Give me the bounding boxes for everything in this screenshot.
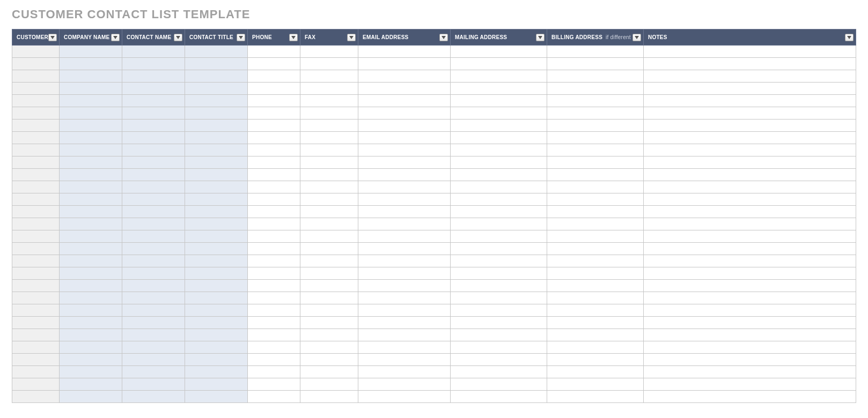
cell[interactable] — [12, 329, 60, 341]
filter-dropdown-button[interactable] — [536, 34, 545, 41]
cell[interactable] — [644, 169, 856, 181]
cell[interactable] — [451, 292, 547, 304]
cell[interactable] — [12, 144, 60, 156]
cell[interactable] — [248, 83, 300, 95]
cell[interactable] — [12, 156, 60, 169]
cell[interactable] — [12, 206, 60, 218]
cell[interactable] — [248, 378, 300, 391]
cell[interactable] — [451, 46, 547, 58]
cell[interactable] — [358, 341, 451, 354]
cell[interactable] — [185, 46, 248, 58]
cell[interactable] — [547, 156, 644, 169]
cell[interactable] — [644, 144, 856, 156]
cell[interactable] — [12, 193, 60, 206]
cell[interactable] — [547, 206, 644, 218]
cell[interactable] — [122, 83, 185, 95]
cell[interactable] — [644, 366, 856, 378]
cell[interactable] — [300, 378, 358, 391]
cell[interactable] — [547, 304, 644, 317]
cell[interactable] — [248, 107, 300, 120]
cell[interactable] — [12, 391, 60, 403]
filter-dropdown-button[interactable] — [439, 34, 448, 41]
cell[interactable] — [185, 378, 248, 391]
cell[interactable] — [248, 391, 300, 403]
cell[interactable] — [185, 267, 248, 280]
cell[interactable] — [300, 156, 358, 169]
col-header-contact-title[interactable]: CONTACT TITLE — [185, 29, 248, 46]
cell[interactable] — [60, 132, 122, 144]
cell[interactable] — [185, 280, 248, 292]
col-header-billing-address[interactable]: BILLING ADDRESS if different — [547, 29, 644, 46]
filter-dropdown-button[interactable] — [237, 34, 245, 41]
cell[interactable] — [451, 267, 547, 280]
cell[interactable] — [644, 341, 856, 354]
cell[interactable] — [358, 169, 451, 181]
cell[interactable] — [60, 144, 122, 156]
cell[interactable] — [644, 107, 856, 120]
cell[interactable] — [358, 267, 451, 280]
cell[interactable] — [248, 354, 300, 366]
cell[interactable] — [60, 181, 122, 193]
cell[interactable] — [12, 181, 60, 193]
cell[interactable] — [248, 46, 300, 58]
cell[interactable] — [60, 46, 122, 58]
cell[interactable] — [122, 58, 185, 70]
cell[interactable] — [547, 329, 644, 341]
cell[interactable] — [300, 329, 358, 341]
cell[interactable] — [12, 354, 60, 366]
cell[interactable] — [358, 292, 451, 304]
cell[interactable] — [644, 292, 856, 304]
cell[interactable] — [358, 354, 451, 366]
cell[interactable] — [451, 354, 547, 366]
cell[interactable] — [60, 83, 122, 95]
cell[interactable] — [248, 132, 300, 144]
cell[interactable] — [12, 132, 60, 144]
cell[interactable] — [547, 354, 644, 366]
cell[interactable] — [248, 181, 300, 193]
cell[interactable] — [60, 304, 122, 317]
cell[interactable] — [644, 218, 856, 230]
cell[interactable] — [300, 218, 358, 230]
cell[interactable] — [12, 243, 60, 255]
cell[interactable] — [60, 206, 122, 218]
cell[interactable] — [122, 341, 185, 354]
cell[interactable] — [122, 95, 185, 107]
cell[interactable] — [12, 107, 60, 120]
cell[interactable] — [644, 132, 856, 144]
cell[interactable] — [122, 206, 185, 218]
col-header-phone[interactable]: PHONE — [248, 29, 300, 46]
cell[interactable] — [300, 193, 358, 206]
cell[interactable] — [300, 95, 358, 107]
cell[interactable] — [185, 391, 248, 403]
cell[interactable] — [547, 378, 644, 391]
cell[interactable] — [451, 83, 547, 95]
cell[interactable] — [547, 181, 644, 193]
cell[interactable] — [122, 156, 185, 169]
cell[interactable] — [547, 341, 644, 354]
cell[interactable] — [358, 107, 451, 120]
cell[interactable] — [547, 83, 644, 95]
cell[interactable] — [644, 378, 856, 391]
cell[interactable] — [12, 169, 60, 181]
cell[interactable] — [12, 267, 60, 280]
cell[interactable] — [358, 317, 451, 329]
cell[interactable] — [451, 120, 547, 132]
cell[interactable] — [12, 366, 60, 378]
cell[interactable] — [12, 58, 60, 70]
cell[interactable] — [248, 341, 300, 354]
cell[interactable] — [12, 95, 60, 107]
cell[interactable] — [451, 193, 547, 206]
cell[interactable] — [60, 292, 122, 304]
cell[interactable] — [358, 391, 451, 403]
cell[interactable] — [60, 366, 122, 378]
cell[interactable] — [547, 267, 644, 280]
cell[interactable] — [60, 280, 122, 292]
cell[interactable] — [12, 255, 60, 267]
cell[interactable] — [248, 95, 300, 107]
cell[interactable] — [451, 391, 547, 403]
cell[interactable] — [547, 132, 644, 144]
cell[interactable] — [358, 378, 451, 391]
cell[interactable] — [185, 70, 248, 83]
cell[interactable] — [248, 70, 300, 83]
cell[interactable] — [248, 193, 300, 206]
